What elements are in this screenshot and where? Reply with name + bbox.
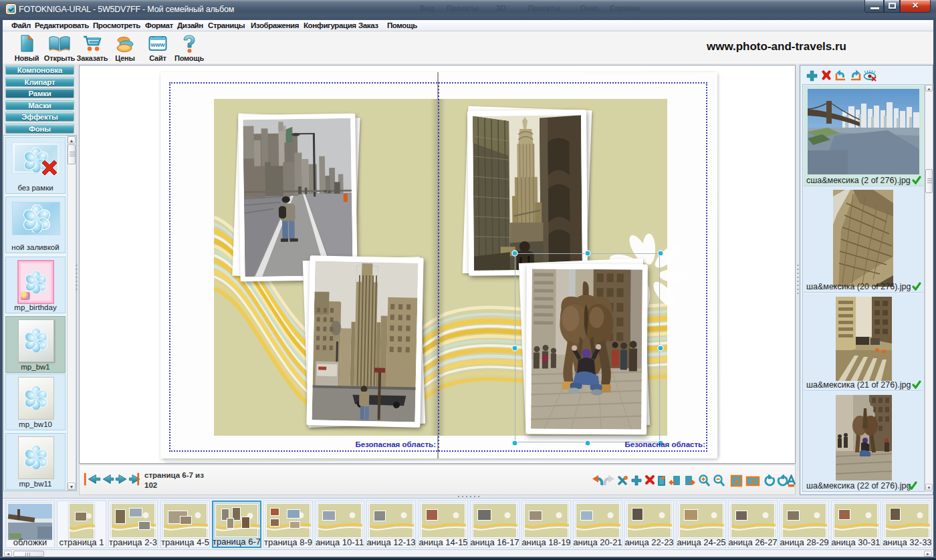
svg-text:www: www [150, 41, 165, 48]
